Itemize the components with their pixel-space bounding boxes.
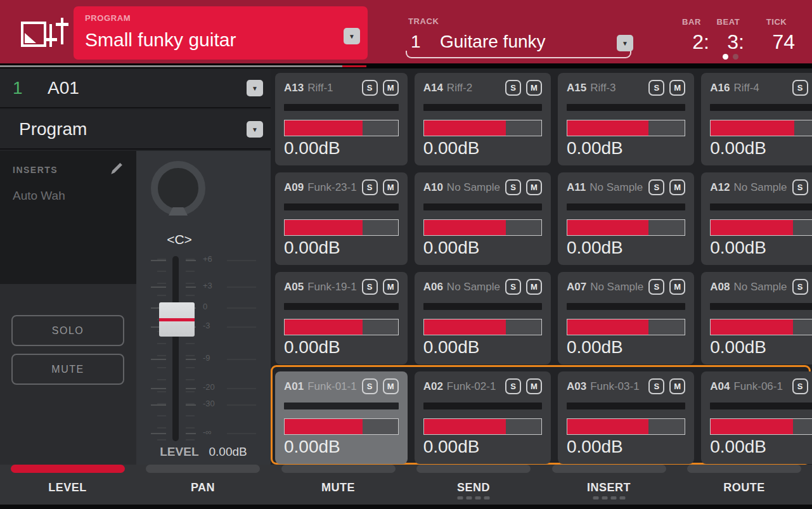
pad-level-slider[interactable] [710, 120, 812, 136]
pad-cell-A06[interactable]: A06 No Sample S M 0.00dB [415, 272, 551, 364]
pad-mute-button[interactable]: M [526, 80, 542, 96]
pad-cell-A04[interactable]: A04 Funk-06-1 S M 0.00dB [701, 371, 812, 464]
pad-cell-A01[interactable]: A01 Funk-01-1 S M 0.00dB [275, 371, 408, 464]
pad-mute-button[interactable]: M [383, 179, 399, 195]
track-underline [406, 51, 631, 58]
pad-level-slider[interactable] [423, 418, 542, 435]
function-tab-send[interactable]: SEND [406, 465, 541, 505]
level-fader-handle[interactable] [159, 302, 195, 337]
pad-cell-A05[interactable]: A05 Funk-19-1 S M 0.00dB [275, 272, 408, 364]
pad-cell-A15[interactable]: A15 Riff-3 S M 0.00dB [558, 73, 694, 165]
pad-header: A09 Funk-23-1 S M [284, 179, 399, 196]
pad-id: A08 [710, 281, 730, 293]
pad-cell-A08[interactable]: A08 No Sample S M 0.00dB [701, 272, 812, 364]
insert-slot-1[interactable]: Auto Wah [13, 189, 65, 203]
pad-level-slider[interactable] [284, 120, 399, 136]
pad-solo-button[interactable]: S [648, 80, 664, 96]
pad-level-slider[interactable] [567, 120, 685, 136]
pad-meter [567, 203, 685, 210]
track-dropdown-button[interactable]: ▼ [617, 35, 633, 51]
track-selector[interactable]: TRACK 1 Guitare funky ▼ [406, 0, 641, 63]
pad-level-slider[interactable] [710, 319, 812, 335]
pad-cell-A10[interactable]: A10 No Sample S M 0.00dB [415, 172, 551, 265]
pad-mute-button[interactable]: M [669, 378, 685, 394]
function-tab-route[interactable]: ROUTE [677, 465, 812, 505]
pad-mute-button[interactable]: M [526, 279, 542, 295]
pad-level-slider[interactable] [284, 319, 399, 335]
pad-mute-button[interactable]: M [383, 279, 399, 295]
pad-level-value: 0.00dB [284, 138, 399, 158]
pad-solo-button[interactable]: S [648, 378, 664, 394]
inserts-panel[interactable]: INSERTS Auto Wah [0, 151, 136, 284]
pad-cell-A14[interactable]: A14 Riff-2 S M 0.00dB [415, 73, 551, 165]
pad-level-slider[interactable] [567, 418, 685, 435]
pad-cell-A03[interactable]: A03 Funk-03-1 S M 0.00dB [558, 371, 694, 464]
pad-solo-button[interactable]: S [505, 179, 521, 195]
mute-button[interactable]: MUTE [11, 354, 124, 385]
pad-mute-button[interactable]: M [669, 179, 685, 195]
pad-level-slider[interactable] [710, 219, 812, 236]
pad-solo-button[interactable]: S [792, 378, 808, 394]
pad-level-value: 0.00dB [284, 238, 399, 258]
chevron-down-icon: ▼ [349, 33, 355, 40]
pad-mute-button[interactable]: M [526, 378, 542, 394]
function-tab-pan[interactable]: PAN [136, 465, 271, 505]
pad-cell-A09[interactable]: A09 Funk-23-1 S M 0.00dB [275, 172, 408, 265]
pad-level-slider[interactable] [567, 319, 685, 335]
function-tab-level[interactable]: LEVEL [0, 465, 135, 505]
pad-cell-A13[interactable]: A13 Riff-1 S M 0.00dB [275, 73, 408, 165]
pad-solo-button[interactable]: S [648, 179, 664, 195]
pad-select-field[interactable]: 1 A01 ▼ [0, 68, 271, 108]
pad-solo-button[interactable]: S [505, 279, 521, 295]
page-dot-inactive [733, 54, 738, 60]
level-fader-track[interactable] [172, 256, 179, 441]
pad-level-fill [567, 220, 648, 235]
pad-solo-button[interactable]: S [505, 378, 521, 394]
pad-solo-button[interactable]: S [362, 179, 378, 195]
pad-level-slider[interactable] [423, 219, 542, 236]
bar-counter: BAR 2: [674, 0, 709, 63]
pad-solo-button[interactable]: S [362, 378, 378, 394]
pad-solo-button[interactable]: S [792, 80, 808, 96]
pad-mute-button[interactable]: M [383, 80, 399, 96]
pad-solo-button[interactable]: S [792, 279, 808, 295]
pad-mute-button[interactable]: M [669, 80, 685, 96]
pad-meter [710, 403, 812, 409]
mixer-type-dropdown-button[interactable]: ▼ [247, 121, 263, 138]
timeline-track [0, 65, 342, 67]
edit-pencil-icon[interactable] [108, 160, 125, 176]
pad-cell-A11[interactable]: A11 No Sample S M 0.00dB [558, 172, 694, 265]
program-selector[interactable]: PROGRAM Small funky guitar ▼ [74, 6, 368, 60]
program-dropdown-button[interactable]: ▼ [344, 28, 360, 44]
pad-select-dropdown-button[interactable]: ▼ [247, 80, 263, 96]
pad-header: A01 Funk-01-1 S M [284, 378, 399, 395]
pad-cell-A16[interactable]: A16 Riff-4 S M 0.00dB [701, 73, 812, 165]
pad-level-slider[interactable] [284, 418, 399, 435]
pad-cell-A02[interactable]: A02 Funk-02-1 S M 0.00dB [415, 371, 551, 464]
pad-cell-A07[interactable]: A07 No Sample S M 0.00dB [558, 272, 694, 364]
pad-cell-A12[interactable]: A12 No Sample S M 0.00dB [701, 172, 812, 265]
pad-solo-button[interactable]: S [505, 80, 521, 96]
mixer-type-field[interactable]: Program ▼ [0, 110, 271, 150]
function-tab-insert[interactable]: INSERT [541, 465, 676, 505]
pad-mute-button[interactable]: M [383, 378, 399, 394]
fader-scale-row: -∞ [136, 433, 271, 434]
pad-mute-button[interactable]: M [526, 179, 542, 195]
pad-mute-button[interactable]: M [669, 279, 685, 295]
pad-solo-button[interactable]: S [792, 179, 808, 195]
pad-id: A07 [567, 281, 586, 293]
pad-level-slider[interactable] [284, 219, 399, 236]
pad-level-slider[interactable] [710, 418, 812, 435]
pad-level-slider[interactable] [423, 319, 542, 335]
function-tab-mute[interactable]: MUTE [271, 465, 406, 505]
pad-level-slider[interactable] [423, 120, 542, 136]
pad-level-slider[interactable] [567, 219, 685, 236]
beat-label: BEAT [712, 17, 744, 27]
solo-button[interactable]: SOLO [11, 315, 124, 346]
pad-solo-button[interactable]: S [362, 80, 378, 96]
pad-solo-button[interactable]: S [648, 279, 664, 295]
pad-sample-name: Funk-06-1 [733, 380, 787, 393]
pad-header: A02 Funk-02-1 S M [423, 378, 542, 395]
pad-header: A16 Riff-4 S M [710, 79, 812, 96]
pad-solo-button[interactable]: S [362, 279, 378, 295]
